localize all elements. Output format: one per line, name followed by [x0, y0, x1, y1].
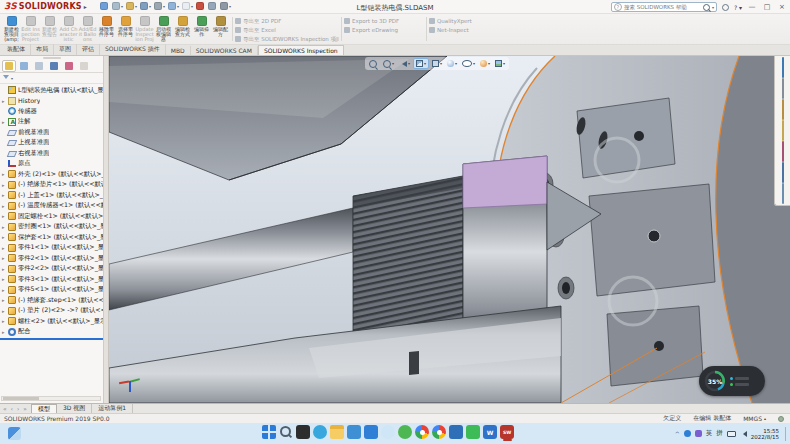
ribbon-button[interactable]: Add/Edit Balloons: [78, 14, 97, 44]
headsup-button[interactable]: ▾: [478, 58, 492, 69]
volume-icon[interactable]: [740, 431, 747, 437]
taskbar-app[interactable]: [296, 425, 310, 441]
tree-item[interactable]: ▸ (-) 垫片 (2)<2> ->? (默认<<默认>_显: [0, 306, 103, 317]
tree-item[interactable]: ▸ 注解: [0, 117, 103, 128]
taskbar-app[interactable]: W: [483, 425, 497, 441]
scrollbar-thumb[interactable]: [3, 397, 39, 400]
ribbon-tab[interactable]: SOLIDWORKS CAM: [191, 46, 258, 55]
taskbar-app[interactable]: [432, 425, 446, 441]
ribbon-tab[interactable]: SOLIDWORKS 插件: [100, 44, 166, 55]
ribbon-tab[interactable]: SOLIDWORKS Inspection: [258, 45, 344, 55]
task-pane-tab[interactable]: [782, 163, 784, 182]
taskbar-app[interactable]: [279, 425, 293, 441]
headsup-button[interactable]: ▾: [493, 58, 507, 69]
tree-item[interactable]: ▸ 配合: [0, 327, 103, 338]
model-tab[interactable]: 运动算例1: [92, 404, 133, 413]
ribbon-tab[interactable]: 草图: [54, 44, 77, 55]
quick-access-button[interactable]: [100, 2, 109, 10]
task-pane-tab[interactable]: [782, 184, 784, 203]
headsup-button[interactable]: ▾: [397, 58, 412, 69]
model-tab[interactable]: 3D 视图: [57, 404, 92, 413]
tree-item[interactable]: ▸ (-) 绝缘套.step<1> (默认<<默认>_显: [0, 295, 103, 306]
ribbon-button[interactable]: 编辑操作: [192, 14, 211, 44]
ribbon-export-button[interactable]: 导出至 Excel: [235, 26, 339, 34]
search-options-caret[interactable]: ▾: [712, 5, 714, 10]
model-3d-render[interactable]: [109, 56, 790, 403]
show-desktop-button[interactable]: [785, 427, 786, 441]
tree-filter-row[interactable]: ▾: [0, 73, 103, 84]
tree-item[interactable]: ▸ 零件2<1> (默认<<默认>_显示状态: [0, 253, 103, 264]
clock[interactable]: 15:55 2022/8/15: [751, 428, 779, 440]
taskbar-app[interactable]: [449, 425, 463, 441]
ribbon-tab[interactable]: 评估: [77, 44, 100, 55]
tree-item[interactable]: L型铠装热电偶 (默认<默认_显示状态-1>: [0, 85, 103, 96]
tree-item[interactable]: ▸ 零件1<1> (默认<<默认>_显示状态: [0, 243, 103, 254]
tree-item[interactable]: ▸ History: [0, 96, 103, 107]
ribbon-tab[interactable]: 装配体: [2, 44, 31, 55]
performance-badge[interactable]: 35%: [699, 366, 765, 396]
taskbar-app[interactable]: [313, 425, 327, 441]
panel-tab[interactable]: [77, 60, 91, 72]
ribbon-service-button[interactable]: Net-Inspect: [429, 26, 493, 34]
ribbon-service-button[interactable]: QualityXpert: [429, 17, 493, 25]
tree-item[interactable]: 前视基准面: [0, 127, 103, 138]
tree-item[interactable]: ▸ (-) 上盖<1> (默认<<默认>_显示状态: [0, 190, 103, 201]
ribbon-button[interactable]: Edit Inspection Project: [21, 14, 40, 44]
ribbon-button[interactable]: 新建检查项目 (amp;M): [2, 14, 21, 44]
ribbon-export-button[interactable]: Export eDrawing: [344, 26, 424, 34]
help-button[interactable]: ? ▾: [734, 4, 742, 11]
taskbar-app[interactable]: [466, 425, 480, 441]
tree-item[interactable]: 原点: [0, 159, 103, 170]
model-tab[interactable]: 模型: [31, 404, 57, 413]
quick-access-button[interactable]: ▾: [220, 2, 231, 10]
language-indicator[interactable]: 英: [706, 429, 713, 438]
ribbon-button[interactable]: 编辑配方: [211, 14, 230, 44]
quick-access-button[interactable]: ▾: [154, 2, 165, 10]
widgets-icon[interactable]: [8, 427, 21, 440]
taskbar-app[interactable]: [381, 425, 395, 441]
taskbar-app[interactable]: SW: [500, 425, 514, 441]
help-search-input[interactable]: ? 搜索 SOLIDWORKS 帮助 ▾: [611, 2, 717, 12]
ribbon-button[interactable]: 选择零件序号: [116, 14, 135, 44]
tree-item[interactable]: ▸ 螺柱<2> (默认<<默认>_显示状态: [0, 316, 103, 327]
panel-tab[interactable]: [47, 60, 61, 72]
ribbon-export-button[interactable]: 导出至 2D PDF: [235, 17, 339, 25]
taskbar-app[interactable]: [415, 425, 429, 441]
quick-access-button[interactable]: ▾: [182, 2, 193, 10]
tree-item[interactable]: 上视基准面: [0, 138, 103, 149]
ribbon-button[interactable]: 移除零件序号: [97, 14, 116, 44]
tree-item[interactable]: ▸ 外壳 (2)<1> (默认<<默认>_显示状态: [0, 169, 103, 180]
task-pane-tab[interactable]: [782, 121, 784, 140]
quick-access-button[interactable]: ▾: [126, 2, 137, 10]
tree-item[interactable]: 传感器: [0, 106, 103, 117]
headsup-button[interactable]: ▾: [460, 58, 477, 69]
quick-access-button[interactable]: ▾: [140, 2, 151, 10]
taskbar-app[interactable]: [398, 425, 412, 441]
search-icon[interactable]: [703, 4, 710, 11]
ribbon-button[interactable]: Update Inspection Project: [135, 14, 154, 44]
headsup-button[interactable]: ▾: [430, 58, 444, 69]
rollback-bar[interactable]: [0, 338, 103, 340]
tree-item[interactable]: ▸ (-) 绝缘垫片<1> (默认<<默认>_显示: [0, 180, 103, 191]
ribbon-tab[interactable]: MBD: [166, 46, 191, 55]
tree-item[interactable]: ▸ 零件5<1> (默认<<默认>_显示状态: [0, 285, 103, 296]
onedrive-icon[interactable]: [684, 430, 691, 437]
panel-tab[interactable]: [62, 60, 76, 72]
quick-access-button[interactable]: ▾: [112, 2, 123, 10]
tree-item[interactable]: ▸ (-) 温度传感器<1> (默认<<默认>_显: [0, 201, 103, 212]
ribbon-export-button[interactable]: Export to 3D PDF: [344, 17, 424, 25]
panel-tab[interactable]: [2, 60, 16, 72]
headsup-button[interactable]: ▾: [445, 58, 459, 69]
menu-expand-icon[interactable]: ▸: [84, 3, 87, 10]
quick-access-button[interactable]: [196, 2, 205, 10]
headsup-button[interactable]: [367, 58, 380, 69]
ime-indicator[interactable]: 拼: [716, 429, 723, 438]
task-pane-tab[interactable]: [782, 100, 784, 119]
minimize-button[interactable]: —: [747, 3, 757, 11]
login-icon[interactable]: [722, 4, 729, 11]
task-pane-tab[interactable]: [782, 79, 784, 98]
close-button[interactable]: ×: [777, 3, 787, 11]
graphics-viewport[interactable]: ▾ ▾ ▾ ▾: [109, 56, 790, 403]
headsup-button[interactable]: ▾: [413, 58, 429, 69]
tree-item[interactable]: ▸ 零件3<1> (默认<<默认>_显示状态: [0, 274, 103, 285]
